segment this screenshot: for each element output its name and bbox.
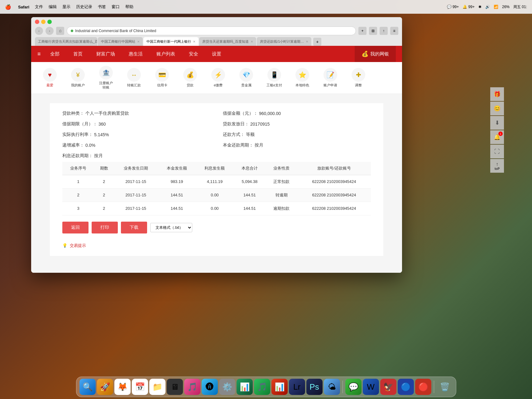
menubar-view[interactable]: 显示 <box>62 4 70 10</box>
sound-widget-button[interactable]: 🔔 1 <box>490 130 504 144</box>
tab-icbc-china[interactable]: 中国工商银行中国网站 ✕ <box>98 37 143 46</box>
cell-principal: 983.19 <box>158 175 196 188</box>
dock-excel[interactable]: 📊 <box>237 379 253 395</box>
interest-cycle-row: 利息还款周期： 按月 <box>62 153 210 159</box>
dock-finder[interactable]: 🔍 <box>79 379 96 395</box>
back-nav-button[interactable]: ‹ <box>35 27 43 35</box>
icon-myaccount[interactable]: ¥ 我的账户 <box>69 68 87 87</box>
nav-wealth[interactable]: 财富广场 <box>89 46 122 62</box>
transaction-tip[interactable]: 💡 交易提示 <box>62 243 371 248</box>
nav-security[interactable]: 安全 <box>182 46 205 62</box>
maximize-button[interactable] <box>47 20 52 24</box>
dock-app1[interactable]: 🦅 <box>380 379 396 395</box>
dock-lightroom[interactable]: Lr <box>289 379 305 395</box>
local-icon: ⭐ <box>295 68 309 82</box>
icon-label: 转账汇款 <box>127 83 141 87</box>
icon-creditcard[interactable]: 💳 信用卡 <box>153 68 171 87</box>
loan-date-row: 贷款发放日： 20170915 <box>223 121 371 127</box>
cell-interest: 4,111.19 <box>196 175 234 188</box>
dock-trash[interactable]: 🗑️ <box>437 379 453 395</box>
nav-all[interactable]: 全部 <box>43 46 66 62</box>
share2-button[interactable]: ↑ <box>380 27 388 35</box>
dock-itunes[interactable]: 🎵 <box>184 379 200 395</box>
hamburger-menu-icon[interactable]: ≡ <box>37 51 41 57</box>
icon-epay[interactable]: ⚡ e缴费 <box>209 68 228 87</box>
tab-baidu-search[interactable]: 工商银行房贷当天两次扣款算逾期么_百度搜索 ✕ <box>35 37 97 46</box>
back-button[interactable]: 返回 <box>62 222 89 233</box>
nav-home[interactable]: 首页 <box>66 46 89 62</box>
menubar-history[interactable]: 历史记录 <box>76 4 92 10</box>
repayment-method-value: 等额 <box>246 132 255 137</box>
icon-mobile-pay[interactable]: 📱 工银e支付 <box>265 68 284 87</box>
apple-logo-icon[interactable]: 🍎 <box>5 4 11 10</box>
interest-rate-label: 实际执行利率： <box>62 132 93 137</box>
share-button[interactable]: ⎙ <box>56 27 64 35</box>
col-interest: 利息发生额 <box>196 162 234 175</box>
icon-account-apply[interactable]: 📝 账户申请 <box>321 68 340 87</box>
menubar-help[interactable]: 帮助 <box>125 4 133 10</box>
dock-photoshop[interactable]: Ps <box>306 379 323 395</box>
tab-close-icon[interactable]: ✕ <box>306 40 308 43</box>
dock-firefox[interactable]: 🦊 <box>114 379 131 395</box>
download-button[interactable]: 下载 <box>121 222 147 233</box>
reader-button[interactable]: ≡ <box>390 27 398 35</box>
forward-nav-button[interactable]: › <box>46 27 54 35</box>
cell-seq: 3 <box>62 202 94 215</box>
dock-calendar[interactable]: 📅 <box>132 379 148 395</box>
dock-wechat[interactable]: 💬 <box>345 379 362 395</box>
metal-icon: 💎 <box>239 68 253 82</box>
cell-period: 2 <box>94 202 114 215</box>
nav-settings[interactable]: 设置 <box>205 46 228 62</box>
dock-app3[interactable]: 🔴 <box>415 379 431 395</box>
nav-mybank[interactable]: 💰 我的网银 <box>355 46 396 62</box>
icon-precious-metal[interactable]: 💎 贵金属 <box>237 68 256 87</box>
close-button[interactable] <box>35 20 39 24</box>
icon-label: 工银e支付 <box>266 83 282 87</box>
dock-screen[interactable]: 🖥 <box>167 379 183 395</box>
menubar-safari[interactable]: Safari <box>18 5 29 9</box>
tab-calc[interactable]: 房贷还款线/1小时计算逾期… ✕ <box>257 37 311 46</box>
browser-toolbar: ‹ › ⎙ Industrial and Commercial Bank of … <box>35 26 398 35</box>
icon-local[interactable]: ⭐ 本地特色 <box>293 68 312 87</box>
sidebar-button[interactable]: ⊞ <box>369 27 377 35</box>
face-widget-button[interactable]: 😊 <box>490 102 504 115</box>
dock-settings[interactable]: ⚙️ <box>219 379 235 395</box>
tab-close-icon[interactable]: ✕ <box>137 40 140 43</box>
icon-favorite[interactable]: ♥ 最爱 <box>41 68 59 87</box>
print-button[interactable]: 打印 <box>92 222 118 233</box>
address-bar[interactable]: Industrial and Commercial Bank of China … <box>67 26 356 35</box>
menubar-edit[interactable]: 编辑 <box>49 4 57 10</box>
dock-word[interactable]: W <box>363 379 379 395</box>
nav-accounts[interactable]: 账户列表 <box>150 46 182 62</box>
icon-loan[interactable]: 💰 贷款 <box>181 68 199 87</box>
dock-music[interactable]: 🎵 <box>254 379 270 395</box>
minimize-button[interactable] <box>41 20 46 24</box>
dock-app2[interactable]: 🔵 <box>398 379 414 395</box>
menubar-bookmarks[interactable]: 书签 <box>98 4 106 10</box>
gift-widget-button[interactable]: 🎁 <box>490 87 504 101</box>
dock-weather[interactable]: 🌤 <box>324 379 340 395</box>
icon-transfer[interactable]: ↔ 转账汇款 <box>125 68 143 87</box>
menubar-file[interactable]: 文件 <box>35 4 43 10</box>
tab-icbc-netbank[interactable]: 中国工商银行新一代网上银行 ✕ <box>143 37 199 46</box>
icon-register[interactable]: 🏦 注册账户转账 <box>97 66 115 90</box>
icon-adjust[interactable]: ✚ 调整 <box>349 68 368 87</box>
nav-life[interactable]: 惠生活 <box>122 46 150 62</box>
file-format-select[interactable]: 文本格式（.txt） <box>150 223 192 232</box>
tab-close-icon[interactable]: ✕ <box>251 40 253 43</box>
cell-interest: 0.00 <box>196 202 234 215</box>
apply-icon: 📝 <box>324 68 337 82</box>
dock-ppt[interactable]: 📊 <box>271 379 288 395</box>
cell-total: 5,094.38 <box>234 175 266 188</box>
tab-close-icon[interactable]: ✕ <box>193 40 195 43</box>
new-tab-button[interactable]: + <box>358 27 367 35</box>
top-button[interactable]: ↑ toP <box>490 159 504 173</box>
tab-zhidao[interactable]: 房贷当天还算逾期吗_百度知道 ✕ <box>199 37 256 46</box>
new-tab-plus-button[interactable]: + <box>313 38 321 46</box>
dock-files[interactable]: 📁 <box>149 379 165 395</box>
dock-appstore[interactable]: 🅐 <box>202 379 218 395</box>
download-widget-button[interactable]: ⬇ <box>490 116 504 130</box>
dock-launchpad[interactable]: 🚀 <box>97 379 113 395</box>
menubar-window[interactable]: 窗口 <box>112 4 120 10</box>
fullscreen-widget-button[interactable]: ⛶ <box>490 145 504 158</box>
